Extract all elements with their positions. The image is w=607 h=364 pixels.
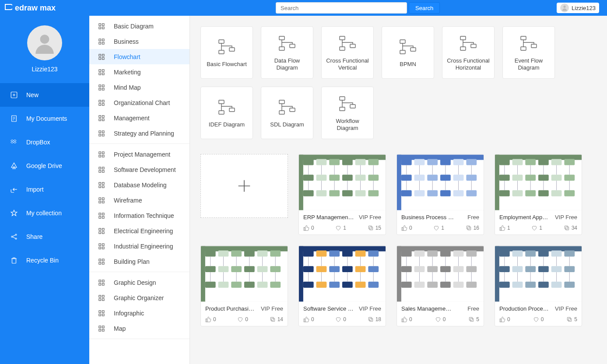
svg-rect-123 bbox=[368, 159, 379, 165]
type-card-basic-flowchart[interactable]: Basic Flowchart bbox=[200, 26, 253, 79]
category-label: Graphic Organizer bbox=[114, 294, 164, 301]
category-label: Management bbox=[114, 115, 150, 122]
type-card-bpmn[interactable]: BPMN bbox=[382, 26, 434, 79]
category-information-technique[interactable]: Information Technique bbox=[89, 208, 189, 223]
svg-rect-92 bbox=[290, 44, 295, 48]
category-label: Strategy and Planning bbox=[114, 130, 174, 137]
svg-rect-148 bbox=[304, 228, 305, 231]
svg-rect-294 bbox=[368, 317, 372, 320]
category-industrial-engineering[interactable]: Industrial Engineering bbox=[89, 238, 189, 254]
svg-rect-299 bbox=[414, 251, 425, 257]
nav-item-share[interactable]: Share bbox=[0, 225, 89, 248]
nav-item-recycle-bin[interactable]: Recycle Bin bbox=[0, 248, 89, 272]
category-graphic-design[interactable]: Graphic Design bbox=[89, 275, 189, 290]
svg-rect-46 bbox=[99, 170, 101, 172]
type-card-cross-functional-horizontal[interactable]: Cross Functional Horizontal bbox=[442, 26, 495, 79]
template-thumb bbox=[495, 246, 582, 302]
type-card-idef-diagram[interactable]: IDEF Diagram bbox=[200, 87, 253, 139]
type-label: Event Flow Diagram bbox=[503, 57, 554, 72]
template-card[interactable]: Product Purchasi…VIP Free0014 bbox=[200, 245, 288, 326]
category-infographic[interactable]: Infographic bbox=[89, 305, 189, 321]
category-map[interactable]: Map bbox=[89, 321, 189, 336]
template-card[interactable]: Business Process Mo…Free0116 bbox=[396, 154, 484, 235]
template-stats: 0116 bbox=[397, 222, 484, 234]
svg-rect-292 bbox=[304, 319, 305, 322]
category-strategy-and-planning[interactable]: Strategy and Planning bbox=[89, 126, 189, 141]
svg-rect-256 bbox=[206, 319, 207, 322]
svg-rect-227 bbox=[218, 251, 229, 257]
svg-rect-228 bbox=[231, 251, 242, 257]
category-management[interactable]: Management bbox=[89, 110, 189, 126]
category-flowchart[interactable]: Flowchart bbox=[89, 49, 189, 64]
category-electrical-engineering[interactable]: Electrical Engineering bbox=[89, 223, 189, 238]
template-tag: Free bbox=[467, 305, 479, 312]
nav-item-my-documents[interactable]: My Documents bbox=[0, 107, 89, 130]
category-wireframe[interactable]: Wireframe bbox=[89, 192, 189, 208]
type-card-cross-functional-vertical[interactable]: Cross Functional Vertical bbox=[321, 26, 374, 79]
svg-rect-68 bbox=[99, 259, 101, 261]
category-graphic-organizer[interactable]: Graphic Organizer bbox=[89, 290, 189, 305]
search-button[interactable]: Search bbox=[409, 2, 440, 14]
svg-rect-42 bbox=[99, 155, 101, 157]
nav-item-dropbox[interactable]: DropBox bbox=[0, 130, 89, 154]
avatar-icon bbox=[27, 25, 62, 60]
template-card[interactable]: ERP Managemen…VIP Free0115 bbox=[298, 154, 386, 235]
svg-rect-358 bbox=[538, 282, 549, 288]
category-organizational-chart[interactable]: Organizational Chart bbox=[89, 95, 189, 110]
template-card[interactable]: Software Service …VIP Free0018 bbox=[298, 245, 386, 326]
category-project-management[interactable]: Project Management bbox=[89, 147, 189, 162]
category-software-development[interactable]: Software Development bbox=[89, 162, 189, 177]
type-card-workflow-diagram[interactable]: Workflow Diagram bbox=[321, 87, 374, 139]
svg-rect-240 bbox=[257, 266, 268, 272]
svg-rect-267 bbox=[368, 251, 379, 257]
svg-rect-49 bbox=[102, 182, 105, 185]
category-label: Infographic bbox=[114, 310, 144, 317]
template-card[interactable]: Sales Management C…Free005 bbox=[396, 245, 484, 326]
svg-rect-33 bbox=[102, 116, 105, 118]
category-mind-map[interactable]: Mind Map bbox=[89, 80, 189, 95]
svg-rect-272 bbox=[329, 266, 340, 272]
svg-rect-142 bbox=[342, 190, 353, 196]
svg-rect-84 bbox=[99, 326, 101, 328]
template-thumb bbox=[299, 246, 386, 302]
template-card[interactable]: Production Proce…VIP Free005 bbox=[495, 245, 582, 326]
svg-rect-360 bbox=[551, 282, 562, 288]
svg-rect-90 bbox=[219, 50, 224, 54]
nav-item-new[interactable]: New bbox=[0, 83, 89, 107]
svg-rect-221 bbox=[565, 227, 568, 230]
brand-logo: edraw max bbox=[0, 3, 56, 14]
svg-rect-160 bbox=[401, 175, 412, 181]
svg-rect-157 bbox=[440, 159, 451, 165]
svg-rect-124 bbox=[303, 175, 314, 181]
svg-rect-136 bbox=[303, 190, 314, 196]
template-info: Sales Management C…Free bbox=[397, 302, 484, 314]
category-business[interactable]: Business bbox=[89, 34, 189, 49]
user-menu[interactable]: Lizzie123 bbox=[557, 3, 599, 13]
category-marketing[interactable]: Marketing bbox=[89, 64, 189, 80]
nav-item-import[interactable]: Import bbox=[0, 178, 89, 201]
svg-rect-270 bbox=[316, 266, 327, 272]
type-card-data-flow-diagram[interactable]: Data Flow Diagram bbox=[261, 26, 313, 79]
blank-template-card[interactable] bbox=[200, 154, 288, 218]
category-building-plan[interactable]: Building Plan bbox=[89, 254, 189, 269]
type-card-sdl-diagram[interactable]: SDL Diagram bbox=[261, 87, 313, 139]
svg-rect-103 bbox=[521, 36, 526, 40]
svg-rect-91 bbox=[279, 36, 284, 40]
svg-rect-37 bbox=[102, 131, 105, 133]
search-input[interactable] bbox=[276, 2, 407, 14]
diagram-type-grid: Basic FlowchartData Flow DiagramCross Fu… bbox=[200, 26, 596, 139]
nav-item-google-drive[interactable]: Google Drive bbox=[0, 154, 89, 178]
svg-rect-39 bbox=[102, 134, 105, 136]
nav-item-my-collection[interactable]: My collection bbox=[0, 201, 89, 225]
svg-rect-206 bbox=[564, 175, 575, 181]
type-card-event-flow-diagram[interactable]: Event Flow Diagram bbox=[502, 26, 555, 79]
category-database-modeling[interactable]: Database Modeling bbox=[89, 177, 189, 192]
svg-rect-75 bbox=[102, 283, 105, 285]
nav-label: My collection bbox=[26, 210, 62, 217]
svg-rect-146 bbox=[368, 190, 379, 196]
category-basic-diagram[interactable]: Basic Diagram bbox=[89, 18, 189, 34]
svg-rect-106 bbox=[219, 100, 224, 104]
category-icon bbox=[97, 114, 106, 122]
svg-rect-242 bbox=[270, 266, 281, 272]
template-card[interactable]: Employment App…VIP Free1134 bbox=[495, 154, 582, 235]
